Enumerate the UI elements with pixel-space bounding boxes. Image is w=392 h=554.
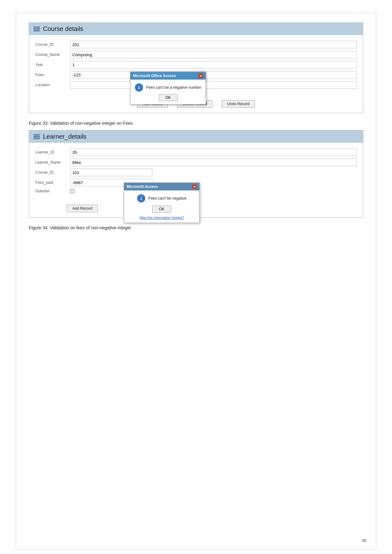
learner-table-icon <box>33 134 40 139</box>
figure33-caption: Figure 33: Validation of non-negative in… <box>29 121 363 126</box>
learner-dialog: Microsoft Access ✕ i Fees can't be negat… <box>124 183 200 223</box>
fees-paid-label: Fees_paid <box>35 180 70 185</box>
learner-id-row: Learner_ID <box>35 148 357 156</box>
course-details-title: Course details <box>43 25 83 33</box>
course-undo-record-button[interactable]: Undo Record <box>222 100 255 108</box>
course-dialog-close-button[interactable]: ✕ <box>198 73 203 78</box>
course-dialog: Microsoft Office Access ✕ i Fees can't b… <box>130 72 206 105</box>
learner-id-input[interactable] <box>70 148 357 156</box>
learner-dialog-helpful-link[interactable]: Was this information helpful? <box>140 216 184 220</box>
learner-dialog-body: i Fees can't be negative OK Was this inf… <box>124 190 199 223</box>
course-dialog-ok-button[interactable]: OK <box>159 94 178 101</box>
learner-name-row: Learner_Name <box>35 159 357 166</box>
learner-dialog-message: Fees can't be negative <box>148 196 186 201</box>
learner-course-id-row: Course_ID <box>35 169 357 176</box>
course-details-header: Course details <box>29 23 363 35</box>
learner-add-record-button[interactable]: Add Record <box>67 205 98 212</box>
learner-course-id-input[interactable] <box>70 169 152 176</box>
learner-dialog-title: Microsoft Access <box>127 184 158 189</box>
page-wrapper: Course details Course_ID Course_Name Yea… <box>16 13 376 550</box>
course-dialog-body: i Fees can't be a negative number OK <box>130 80 206 104</box>
course-dialog-message: Fees can't be a negative number <box>146 85 201 90</box>
learner-name-input[interactable] <box>70 159 357 166</box>
learner-course-id-label: Course_ID <box>35 170 70 175</box>
course-name-row: Course_Name <box>35 51 357 58</box>
learner-dialog-message-row: i Fees can't be negative <box>137 194 186 202</box>
location-input[interactable] <box>70 81 357 89</box>
course-id-label: Course_ID <box>35 42 70 47</box>
course-dialog-title: Microsoft Office Access <box>133 74 176 78</box>
outsider-label: Outsider <box>35 189 70 193</box>
year-row: Year <box>35 61 357 69</box>
learner-dialog-close-button[interactable]: ✕ <box>192 184 197 189</box>
learner-id-label: Learner_ID <box>35 150 70 154</box>
fees-input[interactable] <box>70 71 357 79</box>
learner-name-label: Learner_Name <box>35 160 70 165</box>
course-dialog-info-icon: i <box>135 83 143 92</box>
learner-dialog-wrapper: Microsoft Access ✕ i Fees can't be negat… <box>124 183 200 223</box>
fees-label: Fees <box>35 73 70 77</box>
learner-dialog-ok-button[interactable]: OK <box>152 206 171 213</box>
learner-details-panel: Learner_details Learner_ID Learner_Name … <box>29 130 363 218</box>
page-number: 35 <box>362 538 366 543</box>
course-id-row: Course_ID <box>35 41 357 48</box>
course-table-icon <box>33 27 40 32</box>
location-label: Location <box>35 83 70 87</box>
course-name-input[interactable] <box>70 51 357 58</box>
outsider-checkbox[interactable] <box>70 189 75 193</box>
figure34-caption: Figure 34: Validation on fees of non-neg… <box>29 225 363 230</box>
learner-details-title: Learner_details <box>43 133 87 140</box>
course-details-panel: Course details Course_ID Course_Name Yea… <box>29 22 363 113</box>
course-name-label: Course_Name <box>35 52 70 57</box>
learner-dialog-titlebar: Microsoft Access ✕ <box>124 183 199 190</box>
learner-dialog-info-icon: i <box>137 194 145 202</box>
course-id-input[interactable] <box>70 41 357 48</box>
course-dialog-wrapper: Microsoft Office Access ✕ i Fees can't b… <box>130 72 206 105</box>
learner-details-header: Learner_details <box>29 130 363 143</box>
course-dialog-message-row: i Fees can't be a negative number <box>135 83 201 92</box>
year-label: Year <box>35 63 70 67</box>
year-input[interactable] <box>70 61 357 69</box>
course-dialog-titlebar: Microsoft Office Access ✕ <box>130 72 206 80</box>
